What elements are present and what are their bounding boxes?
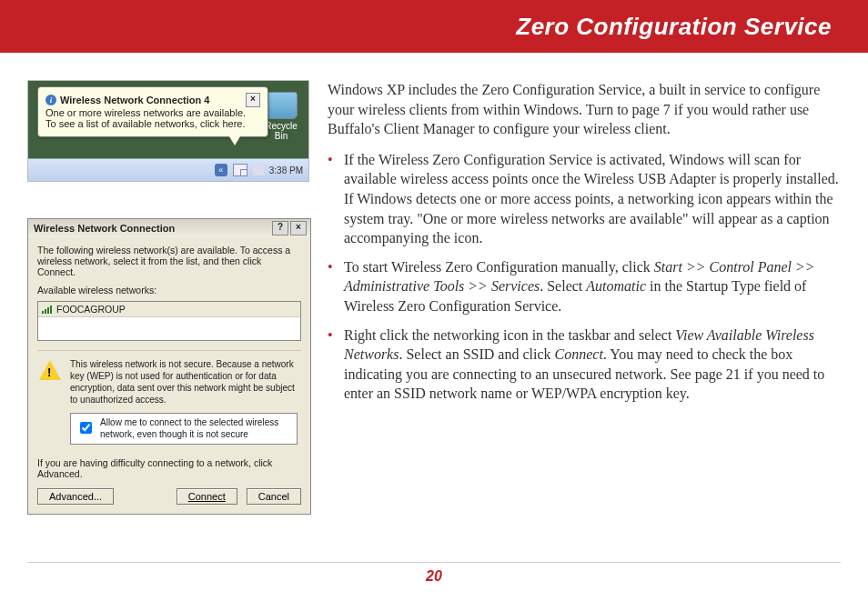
bullet-1: If the Wireless Zero Configuration Servi… bbox=[328, 150, 841, 248]
security-warning: This wireless network is not secure. Bec… bbox=[37, 350, 301, 448]
bullet-3: Right click the networking icon in the t… bbox=[328, 326, 841, 404]
cancel-button[interactable]: Cancel bbox=[247, 488, 301, 505]
balloon-line-1: One or more wireless networks are availa… bbox=[45, 107, 260, 118]
dialog-body: The following wireless network(s) are av… bbox=[28, 237, 310, 514]
network-list-item[interactable]: FOOCAGROUP bbox=[38, 302, 300, 317]
volume-tray-icon[interactable] bbox=[253, 165, 264, 175]
allow-insecure-row[interactable]: Allow me to connect to the selected wire… bbox=[70, 413, 298, 445]
balloon-close-button[interactable]: × bbox=[246, 93, 260, 107]
available-networks-label: Available wireless networks: bbox=[37, 285, 301, 295]
allow-insecure-checkbox[interactable] bbox=[80, 418, 92, 437]
allow-insecure-label: Allow me to connect to the selected wire… bbox=[100, 417, 291, 440]
page-title: Zero Configuration Service bbox=[516, 13, 832, 41]
intro-paragraph: Windows XP includes the Zero Configurati… bbox=[328, 80, 841, 139]
dialog-intro: The following wireless network(s) are av… bbox=[37, 245, 301, 277]
bullet-list: If the Wireless Zero Configuration Servi… bbox=[328, 150, 841, 404]
tray-balloon-screenshot: Recycle Bin i Wireless Network Connectio… bbox=[27, 80, 309, 182]
wireless-dialog-screenshot: Wireless Network Connection ? × The foll… bbox=[27, 218, 311, 515]
page-number: 20 bbox=[426, 568, 442, 584]
screenshots-column: Recycle Bin i Wireless Network Connectio… bbox=[27, 80, 328, 553]
tray-expand-icon[interactable]: « bbox=[215, 164, 227, 176]
signal-icon bbox=[42, 305, 53, 314]
balloon-titlebar: i Wireless Network Connection 4 × bbox=[45, 93, 260, 107]
body-text-column: Windows XP includes the Zero Configurati… bbox=[328, 80, 841, 553]
bullet-3-connect: Connect bbox=[555, 346, 603, 362]
dialog-title: Wireless Network Connection bbox=[34, 223, 175, 234]
info-icon: i bbox=[45, 95, 56, 105]
bullet-2-auto: Automatic bbox=[586, 278, 646, 294]
header-band: Zero Configuration Service bbox=[0, 0, 868, 53]
balloon-title: Wireless Network Connection 4 bbox=[60, 95, 209, 105]
dialog-titlebar: Wireless Network Connection ? × bbox=[28, 219, 310, 237]
bullet-2-mid: . Select bbox=[540, 278, 586, 294]
network-tray-icon[interactable] bbox=[233, 164, 247, 176]
tray-clock: 3:38 PM bbox=[269, 165, 303, 175]
advanced-button[interactable]: Advanced... bbox=[37, 488, 114, 505]
bullet-3-pre: Right click the networking icon in the t… bbox=[344, 327, 675, 343]
recycle-bin-icon bbox=[265, 92, 298, 119]
warning-text: This wireless network is not secure. Bec… bbox=[70, 359, 295, 405]
connect-button[interactable]: Connect bbox=[177, 488, 237, 505]
balloon-pointer bbox=[229, 136, 240, 145]
dialog-button-row: Advanced... Connect Cancel bbox=[37, 488, 301, 505]
network-ssid: FOOCAGROUP bbox=[56, 304, 126, 315]
warning-icon bbox=[39, 360, 61, 380]
difficulty-line: If you are having difficulty connecting … bbox=[37, 457, 301, 479]
notification-balloon: i Wireless Network Connection 4 × One or… bbox=[37, 86, 268, 137]
help-button[interactable]: ? bbox=[272, 221, 288, 235]
network-list[interactable]: FOOCAGROUP bbox=[37, 301, 301, 341]
bullet-2: To start Wireless Zero Configuration man… bbox=[328, 257, 841, 316]
bullet-3-mid: . Select an SSID and click bbox=[399, 346, 554, 362]
bullet-2-pre: To start Wireless Zero Configuration man… bbox=[344, 259, 654, 275]
page-body: Recycle Bin i Wireless Network Connectio… bbox=[0, 53, 868, 562]
page-footer: 20 bbox=[27, 562, 841, 585]
taskbar: « 3:38 PM bbox=[28, 158, 308, 181]
balloon-line-2: To see a list of available networks, cli… bbox=[45, 118, 260, 129]
close-button[interactable]: × bbox=[290, 221, 307, 235]
